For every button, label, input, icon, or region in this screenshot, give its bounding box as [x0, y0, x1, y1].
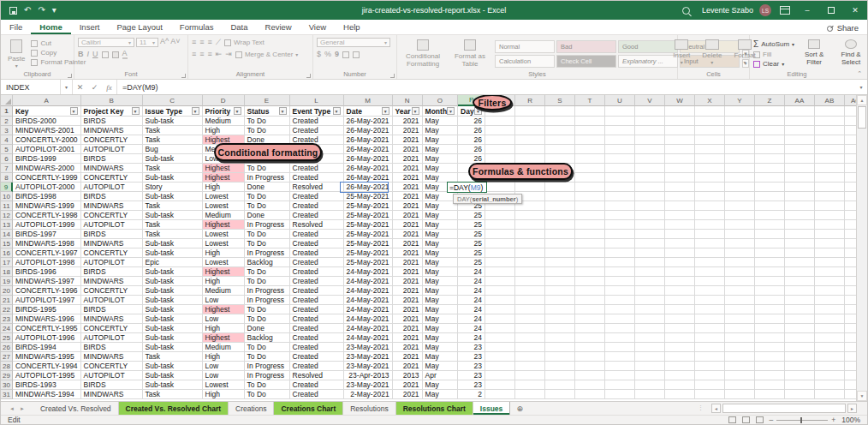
cell[interactable]: BIRDS-1999: [13, 154, 81, 164]
filter-button-priority[interactable]: ▼: [234, 107, 241, 115]
cell[interactable]: [695, 314, 725, 324]
cell[interactable]: [485, 286, 515, 296]
cell[interactable]: [785, 173, 815, 183]
cell[interactable]: Created: [290, 314, 344, 324]
row-header-1[interactable]: 1: [1, 106, 13, 117]
cell[interactable]: [635, 324, 665, 333]
cell[interactable]: 2-May-2021: [344, 390, 393, 399]
cell[interactable]: [755, 352, 785, 362]
cell[interactable]: [575, 286, 605, 296]
row-header-19[interactable]: 19: [1, 277, 13, 286]
cell[interactable]: [605, 211, 635, 220]
zoom-in-icon[interactable]: +: [831, 416, 835, 424]
cell[interactable]: [545, 286, 575, 296]
active-cell-editor[interactable]: =DAY(M9): [447, 182, 487, 193]
autosum-button[interactable]: ΣAutoSum▾: [753, 39, 794, 49]
column-header-D[interactable]: D: [203, 95, 245, 106]
filter-button-status[interactable]: ▼: [279, 107, 287, 115]
cell[interactable]: Sub-task: [143, 371, 203, 380]
cell[interactable]: CONCERTLY: [81, 135, 143, 145]
name-box-caret-icon[interactable]: ▾: [61, 80, 73, 94]
cell[interactable]: May: [423, 277, 459, 286]
cell[interactable]: [695, 296, 725, 305]
borders-icon[interactable]: [102, 51, 109, 58]
cell[interactable]: Lowest: [203, 230, 245, 239]
cell[interactable]: Sub-task: [143, 333, 203, 343]
cell[interactable]: [665, 277, 695, 286]
cell[interactable]: Created: [290, 267, 344, 277]
cell[interactable]: BIRDS: [81, 305, 143, 314]
cell[interactable]: Created: [290, 333, 344, 343]
filter-button-date[interactable]: ▼: [382, 107, 389, 115]
cell[interactable]: [725, 135, 755, 145]
clipboard-dialog-launcher[interactable]: [68, 74, 72, 78]
cell[interactable]: MINDWARS: [81, 201, 143, 211]
cell[interactable]: [755, 154, 785, 164]
cell[interactable]: [545, 106, 575, 117]
italic-button[interactable]: I: [87, 51, 90, 58]
cell[interactable]: MINDWARS: [81, 277, 143, 286]
cell[interactable]: [695, 390, 725, 399]
cell[interactable]: 26: [458, 126, 485, 135]
cell[interactable]: [605, 267, 635, 277]
cell[interactable]: [605, 314, 635, 324]
delete-cells-button[interactable]: Delete ▾: [699, 38, 725, 69]
cell[interactable]: [725, 192, 755, 201]
cell[interactable]: [605, 239, 635, 248]
cell[interactable]: Low: [203, 362, 245, 371]
cell[interactable]: 25: [458, 220, 485, 230]
cell[interactable]: BIRDS-1998: [13, 192, 81, 201]
maximize-button[interactable]: [819, 1, 843, 20]
cell[interactable]: AUTOPILOT-1998: [13, 258, 81, 267]
number-dialog-launcher[interactable]: [390, 74, 395, 78]
accounting-format-icon[interactable]: $: [317, 51, 321, 58]
cell[interactable]: May: [423, 333, 459, 343]
cell[interactable]: 26-May-2021: [344, 145, 393, 154]
cell[interactable]: [695, 324, 725, 333]
font-name-select[interactable]: Calibri▾: [78, 38, 134, 47]
cell[interactable]: 25-May-2021: [344, 220, 393, 230]
cell[interactable]: [665, 352, 695, 362]
cell[interactable]: Low: [203, 314, 245, 324]
column-header-C[interactable]: C: [143, 95, 203, 106]
cell[interactable]: [575, 230, 605, 239]
row-header-4[interactable]: 4: [1, 135, 13, 145]
row-header-5[interactable]: 5: [1, 145, 13, 154]
cell[interactable]: [725, 201, 755, 211]
cell[interactable]: [785, 277, 815, 286]
cell[interactable]: [575, 211, 605, 220]
cell[interactable]: [605, 201, 635, 211]
row-header-10[interactable]: 10: [1, 192, 13, 201]
cell[interactable]: [755, 145, 785, 154]
cell[interactable]: Resolved: [290, 220, 344, 230]
cell[interactable]: [485, 305, 515, 314]
cell[interactable]: May: [423, 380, 459, 390]
cell[interactable]: 25: [458, 211, 485, 220]
cell[interactable]: [635, 267, 665, 277]
cell[interactable]: [665, 362, 695, 371]
cell[interactable]: [815, 296, 845, 305]
cell[interactable]: May: [423, 154, 459, 164]
cell[interactable]: [695, 211, 725, 220]
cell[interactable]: In Progress: [245, 362, 290, 371]
cell[interactable]: [815, 277, 845, 286]
cell[interactable]: [665, 314, 695, 324]
cell[interactable]: To Do: [245, 380, 290, 390]
cell[interactable]: Lowest: [203, 201, 245, 211]
cell[interactable]: [515, 324, 545, 333]
menu-tab-help[interactable]: Help: [335, 20, 369, 34]
cell[interactable]: Sub-task: [143, 117, 203, 126]
cell[interactable]: [545, 352, 575, 362]
row-header-30[interactable]: 30: [1, 380, 13, 390]
cell[interactable]: Apr: [423, 371, 459, 380]
cell[interactable]: [545, 211, 575, 220]
cell[interactable]: [665, 258, 695, 267]
cell[interactable]: [785, 192, 815, 201]
cell[interactable]: [695, 371, 725, 380]
cell[interactable]: 25-May-2021: [344, 201, 393, 211]
cell[interactable]: 24: [458, 305, 485, 314]
cell[interactable]: [515, 277, 545, 286]
cell[interactable]: Highest: [203, 333, 245, 343]
cell[interactable]: [575, 135, 605, 145]
cell[interactable]: AUTOPILOT: [81, 296, 143, 305]
